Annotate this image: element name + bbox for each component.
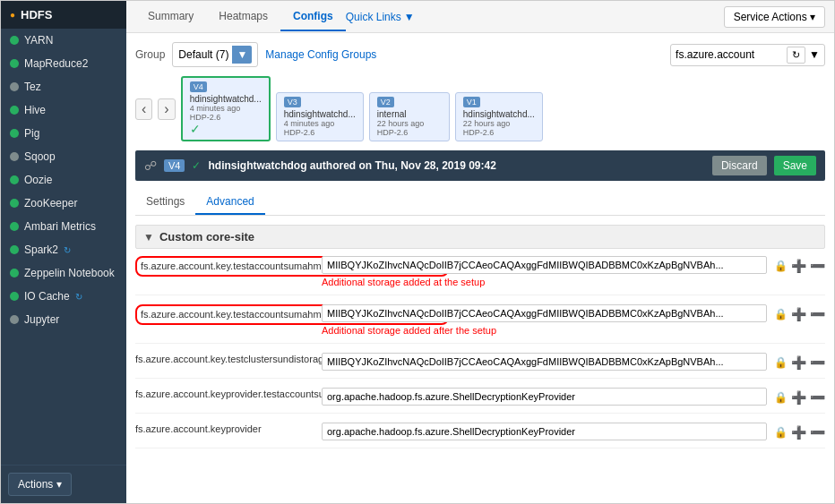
config-note: Additional storage added after the setup (322, 325, 767, 336)
current-version-bar: ☍ V4 ✓ hdinsightwatchdog authored on Thu… (135, 150, 825, 181)
config-row: fs.azure.account.key.testclustersundisto… (135, 353, 825, 379)
sidebar-item-ambari-metrics[interactable]: Ambari Metrics (1, 215, 126, 238)
service-actions-label: Service Actions ▾ (734, 11, 815, 23)
config-value-input[interactable] (322, 423, 767, 440)
version-hdp: HDP-2.6 (463, 128, 535, 137)
tab-configs[interactable]: Configs (280, 3, 346, 31)
lock-icon[interactable]: 🔒 (774, 356, 788, 369)
version-hdp: HDP-2.6 (377, 128, 442, 137)
sidebar-item-sqoop[interactable]: Sqoop (1, 145, 126, 168)
config-actions: 🔒 ➕ ➖ (774, 355, 825, 370)
sidebar-item-label: Oozie (24, 174, 52, 186)
sidebar-item-hive[interactable]: Hive (1, 98, 126, 122)
search-dropdown-icon[interactable]: ▼ (809, 48, 820, 61)
remove-icon[interactable]: ➖ (810, 307, 825, 321)
discard-button[interactable]: Discard (712, 156, 767, 175)
sidebar-item-oozie[interactable]: Oozie (1, 168, 126, 192)
actions-button[interactable]: Actions ▾ (8, 473, 72, 496)
add-icon[interactable]: ➕ (791, 307, 806, 321)
remove-icon[interactable]: ➖ (810, 355, 825, 370)
config-value (322, 353, 767, 371)
quick-links[interactable]: Quick Links ▼ (346, 3, 415, 31)
version-name: internal (377, 109, 442, 119)
config-value-input[interactable] (322, 304, 767, 322)
add-icon[interactable]: ➕ (791, 390, 806, 405)
manage-config-groups-link[interactable]: Manage Config Groups (265, 48, 376, 61)
section-title: Custom core-site (159, 230, 254, 243)
sidebar-item-jupyter[interactable]: Jupyter (1, 308, 126, 331)
sidebar-item-label: Zeppelin Notebook (24, 267, 115, 279)
search-refresh-button[interactable]: ↻ (787, 47, 805, 64)
tab-summary[interactable]: Summary (135, 3, 206, 31)
sidebar-item-label: Pig (24, 127, 39, 140)
version-name: hdinsightwatchd... (284, 109, 356, 119)
version-next-button[interactable]: › (158, 98, 175, 120)
status-icon (10, 269, 19, 278)
version-name: hdinsightwatchd... (463, 109, 535, 119)
sidebar-item-pig[interactable]: Pig (1, 122, 126, 145)
search-input[interactable] (676, 48, 783, 61)
authored-date: Thu, Nov 28, 2019 09:42 (374, 159, 495, 172)
group-dropdown-arrow[interactable]: ▼ (232, 46, 252, 64)
sidebar-item-label: Jupyter (24, 313, 59, 326)
sidebar-header: ● HDFS (1, 1, 126, 29)
version-badge-v3: V3 (284, 97, 301, 107)
sidebar-item-mapreduce2[interactable]: MapReduce2 (1, 52, 126, 75)
group-value: Default (7) (178, 48, 228, 61)
tab-advanced[interactable]: Advanced (195, 190, 264, 215)
tab-heatmaps[interactable]: Heatmaps (206, 3, 280, 31)
remove-icon[interactable]: ➖ (810, 259, 825, 273)
version-prev-button[interactable]: ‹ (135, 98, 152, 120)
config-value (322, 388, 767, 406)
config-row: fs.azure.account.key.testaccountsumahmud… (135, 256, 825, 295)
add-icon[interactable]: ➕ (791, 425, 806, 440)
remove-icon[interactable]: ➖ (810, 425, 825, 440)
branch-icon: ☍ (144, 158, 157, 173)
version-time: 4 minutes ago (190, 104, 262, 113)
config-value-input[interactable] (322, 256, 767, 274)
config-value-input[interactable] (322, 388, 767, 406)
check-icon: ✓ (192, 159, 201, 172)
version-badge-v1: V1 (463, 97, 480, 107)
sub-tabs: Settings Advanced (135, 190, 825, 216)
version-card-v4[interactable]: V4 hdinsightwatchd... 4 minutes ago HDP-… (181, 76, 271, 141)
config-value-input[interactable] (322, 353, 767, 371)
sidebar-item-spark2[interactable]: Spark2↻ (1, 238, 126, 261)
config-rows-container: fs.azure.account.key.testaccountsumahmud… (135, 256, 825, 448)
version-card-v3[interactable]: V3 hdinsightwatchd... 4 minutes ago HDP-… (276, 92, 364, 141)
authored-text: authored on (310, 159, 375, 172)
service-actions-button[interactable]: Service Actions ▾ (724, 6, 825, 28)
section-header[interactable]: ▼ Custom core-site (135, 225, 825, 249)
group-select[interactable]: Default (7) ▼ (172, 42, 258, 67)
config-key: fs.azure.account.keyprovider (135, 423, 314, 436)
sidebar-item-zookeeper[interactable]: ZooKeeper (1, 192, 126, 215)
config-key: fs.azure.account.key.testaccountsumahmud… (135, 304, 314, 325)
sidebar-item-label: Spark2 (24, 243, 58, 256)
version-card-v1[interactable]: V1 hdinsightwatchd... 22 hours ago HDP-2… (455, 92, 543, 141)
tab-settings[interactable]: Settings (135, 190, 195, 215)
status-icon (10, 59, 19, 68)
lock-icon[interactable]: 🔒 (774, 308, 788, 320)
version-badge: V4 (164, 159, 185, 172)
version-card-v2[interactable]: V2 internal 22 hours ago HDP-2.6 (369, 92, 450, 141)
sidebar-item-yarn[interactable]: YARN (1, 29, 126, 52)
main-content: Summary Heatmaps Configs Quick Links ▼ S… (126, 1, 834, 503)
lock-icon[interactable]: 🔒 (774, 260, 788, 272)
sidebar-item-label: MapReduce2 (24, 57, 88, 70)
sidebar-item-tez[interactable]: Tez (1, 75, 126, 98)
lock-icon[interactable]: 🔒 (774, 391, 788, 404)
version-time: 22 hours ago (377, 119, 442, 128)
version-bar: ‹ › V4 hdinsightwatchd... 4 minutes ago … (135, 76, 825, 141)
add-icon[interactable]: ➕ (791, 259, 806, 273)
sidebar-item-label: Hive (24, 104, 46, 116)
sidebar-item-label: Tez (24, 81, 41, 93)
version-time: 4 minutes ago (284, 119, 356, 128)
remove-icon[interactable]: ➖ (810, 390, 825, 405)
sidebar-item-zeppelin-notebook[interactable]: Zeppelin Notebook (1, 261, 126, 285)
save-button[interactable]: Save (774, 156, 816, 175)
version-hdp: HDP-2.6 (190, 113, 262, 122)
lock-icon[interactable]: 🔒 (774, 426, 788, 439)
add-icon[interactable]: ➕ (791, 355, 806, 370)
sidebar-item-io-cache[interactable]: IO Cache↻ (1, 285, 126, 308)
sidebar-item-label: Sqoop (24, 150, 56, 163)
